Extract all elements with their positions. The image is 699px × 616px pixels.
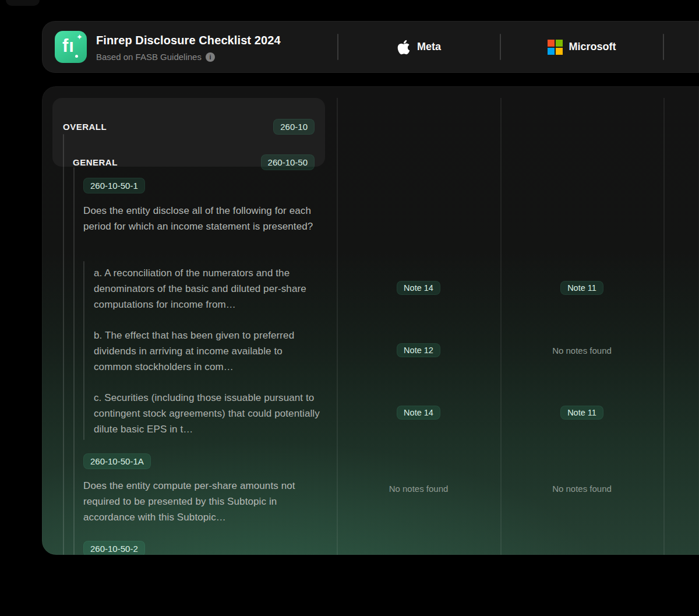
tree-indent-line <box>83 261 84 440</box>
header-divider <box>663 34 664 60</box>
app-logo-dot <box>75 55 78 58</box>
subtitle-text: Based on FASB Guidelines <box>96 52 202 62</box>
note-cell: Note 12 <box>337 342 500 358</box>
section-row-overall[interactable]: OVERALL 260-10 <box>63 118 315 135</box>
note-cell: No notes found <box>500 342 663 358</box>
no-notes-text-microsoft: No notes found <box>552 346 612 355</box>
microsoft-icon <box>548 40 563 55</box>
app-logo-letters: fı <box>62 36 75 57</box>
section-label-general: GENERAL <box>73 157 118 167</box>
app-canvas: fı ✦ Finrep Disclosure Checklist 2024 Ba… <box>0 0 699 616</box>
note-cell: Note 14 <box>337 280 500 296</box>
note-badge-microsoft-a[interactable]: Note 11 <box>560 281 603 295</box>
company-name-microsoft: Microsoft <box>569 41 616 53</box>
note-badge-meta-b[interactable]: Note 12 <box>397 343 440 357</box>
top-peek-panel <box>6 0 40 6</box>
column-header-meta[interactable]: Meta <box>338 21 500 73</box>
section-badge-general[interactable]: 260-10-50 <box>261 154 315 170</box>
item-badge-260-10-50-1A[interactable]: 260-10-50-1A <box>83 453 151 469</box>
column-divider <box>663 98 665 555</box>
subitem-text-c[interactable]: c. Securities (including those issuable … <box>94 390 320 437</box>
sections-card: OVERALL 260-10 GENERAL 260-10-50 <box>52 98 325 167</box>
subitem-text-b[interactable]: b. The effect that has been given to pre… <box>94 328 320 375</box>
question-text[interactable]: Does the entity compute per-share amount… <box>83 478 321 525</box>
app-logo-icon: fı ✦ <box>55 31 87 63</box>
section-label-overall: OVERALL <box>63 122 107 132</box>
note-cell: Note 14 <box>337 404 500 421</box>
company-name-meta: Meta <box>417 41 441 53</box>
no-notes-text-meta: No notes found <box>389 484 449 494</box>
note-cell: Note 11 <box>500 404 663 421</box>
apple-icon <box>397 39 411 55</box>
question-text: Does the entity disclose all of the foll… <box>83 203 316 234</box>
info-icon[interactable]: i <box>206 52 215 62</box>
page-subtitle: Based on FASB Guidelines i <box>96 52 281 62</box>
checklist-panel: OVERALL 260-10 GENERAL 260-10-50 260-10-… <box>42 86 699 555</box>
no-notes-text-microsoft: No notes found <box>552 484 612 494</box>
section-badge-overall[interactable]: 260-10 <box>273 119 315 135</box>
column-header-microsoft[interactable]: Microsoft <box>500 21 663 73</box>
header-title-block: Finrep Disclosure Checklist 2024 Based o… <box>96 34 281 62</box>
note-badge-meta-a[interactable]: Note 14 <box>397 281 440 295</box>
page-title: Finrep Disclosure Checklist 2024 <box>96 34 281 47</box>
note-badge-meta-c[interactable]: Note 14 <box>397 406 440 420</box>
tree-indent-line <box>73 167 75 555</box>
note-badge-microsoft-c[interactable]: Note 11 <box>560 406 603 420</box>
note-cell: Note 11 <box>500 280 663 296</box>
note-cell: No notes found <box>500 480 663 497</box>
tree-indent-line <box>63 134 64 555</box>
subitem-text-a[interactable]: a. A reconciliation of the numerators an… <box>94 265 320 312</box>
section-row-general[interactable]: GENERAL 260-10-50 <box>73 153 315 171</box>
header-bar: fı ✦ Finrep Disclosure Checklist 2024 Ba… <box>42 21 699 73</box>
sparkle-icon: ✦ <box>76 33 83 41</box>
item-badge-260-10-50-2[interactable]: 260-10-50-2 <box>83 541 145 555</box>
note-cell: No notes found <box>337 480 500 497</box>
item-badge-260-10-50-1[interactable]: 260-10-50-1 <box>83 178 145 193</box>
